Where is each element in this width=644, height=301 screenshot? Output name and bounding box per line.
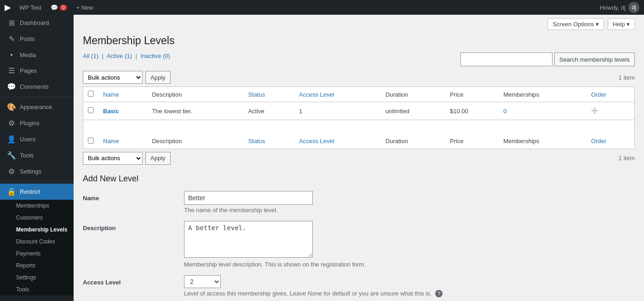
access-level-field-row: Access Level None 1 2 3 4 5 Level of acc… xyxy=(83,275,635,297)
sidebar-item-users[interactable]: 👤 Users xyxy=(0,131,74,147)
sidebar-item-comments[interactable]: 💬 Comments xyxy=(0,79,74,95)
col-name-footer-link[interactable]: Name xyxy=(103,138,119,145)
access-level-select[interactable]: None 1 2 3 4 5 xyxy=(184,275,221,288)
col-order-footer: Order xyxy=(586,134,635,149)
submenu-discount-codes[interactable]: Discount Codes xyxy=(0,236,74,248)
submenu-payments[interactable]: Payments xyxy=(0,248,74,260)
adminbar-comments[interactable]: 💬 0 xyxy=(46,0,72,15)
col-order: Order xyxy=(586,87,635,102)
col-duration: Duration xyxy=(381,87,445,102)
sidebar-item-tools[interactable]: 🔧 Tools xyxy=(0,147,74,163)
wp-logo-icon[interactable]: ▶ xyxy=(5,2,11,12)
col-access-level: Access Level xyxy=(294,87,381,102)
adminbar-site[interactable]: WP Test xyxy=(15,0,46,15)
screen-options-button[interactable]: Screen Options ▾ xyxy=(547,18,604,30)
col-name-link[interactable]: Name xyxy=(103,91,119,98)
apply-button-bottom[interactable]: Apply xyxy=(145,152,171,165)
col-duration-footer: Duration xyxy=(381,134,445,149)
menu-separator xyxy=(0,97,74,97)
submenu-settings[interactable]: Settings xyxy=(0,272,74,284)
submenu-customers[interactable]: Customers xyxy=(0,212,74,224)
sidebar-item-label: Dashboard xyxy=(20,19,49,26)
sidebar-item-label: Media xyxy=(20,52,36,58)
row-memberships-cell: 0 xyxy=(499,102,586,120)
check-all-column xyxy=(83,87,99,102)
access-level-field: None 1 2 3 4 5 Level of access this memb… xyxy=(184,275,635,297)
check-all-checkbox[interactable] xyxy=(88,91,94,97)
row-price-cell: $10.00 xyxy=(445,102,499,120)
check-all-footer-checkbox[interactable] xyxy=(88,138,94,144)
table-header-row: Name Description Status Access Level Dur… xyxy=(83,87,635,102)
col-order-link[interactable]: Order xyxy=(591,91,606,98)
sidebar-item-media[interactable]: ▪ Media xyxy=(0,47,74,63)
page-content: Membership Levels Search membership leve… xyxy=(74,30,644,301)
empty-cell xyxy=(83,120,635,134)
col-access-link[interactable]: Access Level xyxy=(299,91,334,98)
description-textarea[interactable]: A better level. xyxy=(184,221,313,258)
adminbar-howdy[interactable]: Howdy, dj dj xyxy=(600,2,639,13)
col-access-footer: Access Level xyxy=(294,134,381,149)
sidebar-item-label: Comments xyxy=(20,83,49,90)
submenu-memberships[interactable]: Memberships xyxy=(0,200,74,212)
search-box: Search membership levels xyxy=(460,52,635,66)
sidebar-item-posts[interactable]: ✎ Posts xyxy=(0,31,74,47)
filter-all[interactable]: All (1) xyxy=(83,52,100,59)
col-status-footer: Status xyxy=(243,134,294,149)
submenu-membership-levels[interactable]: Membership Levels xyxy=(0,224,74,236)
col-price: Price xyxy=(445,87,499,102)
sidebar-item-pages[interactable]: ☰ Pages xyxy=(0,63,74,79)
admin-bar: ▶ WP Test 💬 0 + New Howdy, dj dj xyxy=(0,0,644,15)
col-order-footer-link[interactable]: Order xyxy=(591,138,606,145)
col-status-footer-link[interactable]: Status xyxy=(248,138,265,145)
col-access-footer-link[interactable]: Access Level xyxy=(299,138,334,145)
table-footer-row: Name Description Status Access Level Dur… xyxy=(83,134,635,149)
help-button[interactable]: Help ▾ xyxy=(608,18,635,30)
help-circle-icon[interactable]: ? xyxy=(435,290,443,297)
col-status-link[interactable]: Status xyxy=(248,91,265,98)
row-memberships-link[interactable]: 0 xyxy=(503,108,506,115)
name-input[interactable] xyxy=(184,191,313,205)
table-head: Name Description Status Access Level Dur… xyxy=(83,87,635,102)
sidebar-item-label: Pages xyxy=(20,67,37,74)
sidebar-item-appearance[interactable]: 🎨 Appearance xyxy=(0,99,74,115)
name-hint: The name of the membership level. xyxy=(184,207,635,214)
site-name: WP Test xyxy=(19,4,41,11)
apply-button-top[interactable]: Apply xyxy=(145,71,171,84)
col-description-footer: Description xyxy=(147,134,243,149)
filter-inactive[interactable]: Inactive (0) xyxy=(140,52,170,59)
appearance-icon: 🎨 xyxy=(7,103,16,111)
sidebar-item-label: Tools xyxy=(20,152,34,159)
submenu-reports[interactable]: Reports xyxy=(0,260,74,272)
bulk-actions-select-bottom[interactable]: Bulk actions xyxy=(83,152,143,165)
col-description: Description xyxy=(147,87,243,102)
search-button[interactable]: Search membership levels xyxy=(554,52,635,66)
plugins-icon: ⚙ xyxy=(7,119,16,127)
row-name-link[interactable]: Basic xyxy=(103,108,119,115)
submenu-tools[interactable]: Tools xyxy=(0,284,74,295)
sidebar-item-restrict[interactable]: 🔒 Restrict xyxy=(0,184,74,200)
col-memberships: Memberships xyxy=(499,87,586,102)
filter-search-row: Search membership levels All (1) | Activ… xyxy=(83,52,635,71)
menu-separator-2 xyxy=(0,181,74,182)
row-checkbox[interactable] xyxy=(88,107,94,113)
layout: ⊞ Dashboard ✎ Posts ▪ Media ☰ Pages 💬 Co… xyxy=(0,15,644,301)
sidebar-item-settings[interactable]: ⚙ Settings xyxy=(0,163,74,179)
table-wrapper: Name Description Status Access Level Dur… xyxy=(83,87,635,149)
row-duration-cell: unlimited xyxy=(381,102,445,120)
name-field-row: Name The name of the membership level. xyxy=(83,191,635,214)
pages-icon: ☰ xyxy=(7,66,16,75)
sidebar-item-dashboard[interactable]: ⊞ Dashboard xyxy=(0,15,74,31)
sidebar-item-plugins[interactable]: ⚙ Plugins xyxy=(0,115,74,131)
row-checkbox-cell xyxy=(83,102,99,120)
sidebar-item-label: Appearance xyxy=(20,104,52,110)
filter-active[interactable]: Active (1) xyxy=(107,52,134,59)
row-access-level-cell: 1 xyxy=(294,102,381,120)
search-input[interactable] xyxy=(460,52,552,66)
description-field: A better level. Membership level descrip… xyxy=(184,221,635,268)
col-name-footer: Name xyxy=(98,134,147,149)
adminbar-new[interactable]: + New xyxy=(72,0,98,15)
sidebar-item-label: Restrict xyxy=(20,188,40,195)
users-icon: 👤 xyxy=(7,135,16,144)
drag-handle-icon[interactable]: ✛ xyxy=(591,106,598,116)
bulk-actions-select-top[interactable]: Bulk actions xyxy=(83,71,143,84)
